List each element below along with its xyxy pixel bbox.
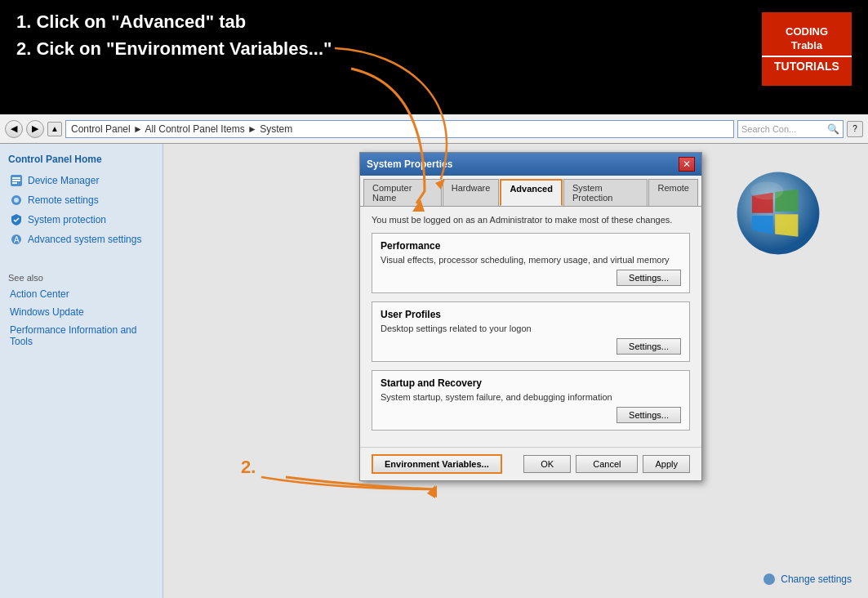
svg-rect-7 — [12, 180, 20, 181]
performance-section: Performance Visual effects, processor sc… — [372, 233, 690, 293]
search-box[interactable]: Search Con... 🔍 — [737, 120, 844, 138]
user-profiles-title: User Profiles — [381, 309, 681, 320]
dialog-overlay: System Properties ✕ Computer Name Hardwa… — [163, 144, 868, 598]
search-placeholder: Search Con... — [741, 124, 796, 134]
dialog-footer: Environment Variables... OK Cancel Apply — [360, 447, 701, 480]
sidebar-item-windows-update[interactable]: Windows Update — [8, 304, 154, 320]
svg-point-10 — [14, 198, 19, 203]
remote-settings-icon — [10, 194, 23, 207]
dialog-note: You must be logged on as an Administrato… — [372, 215, 690, 225]
tab-hardware[interactable]: Hardware — [443, 179, 500, 206]
back-button[interactable]: ◀ — [5, 120, 23, 138]
tab-remote[interactable]: Remote — [648, 179, 698, 206]
dialog-body: You must be logged on as an Administrato… — [360, 207, 701, 447]
tab-computer-name[interactable]: Computer Name — [363, 179, 442, 206]
brand-logo: CODINGTrabla TUTORIALS — [762, 12, 852, 86]
search-icon: 🔍 — [827, 123, 839, 135]
remote-settings-label: Remote settings — [28, 194, 99, 206]
sidebar-item-advanced-settings[interactable]: A Advanced system settings — [8, 230, 154, 248]
tab-advanced[interactable]: Advanced — [500, 179, 563, 206]
annotation-line1: 1. Click on "Advanced" tab — [16, 8, 762, 35]
right-content: Change settings System Properties ✕ Comp… — [163, 144, 868, 598]
svg-text:A: A — [14, 235, 20, 244]
advanced-settings-label: Advanced system settings — [28, 234, 141, 245]
sidebar-item-action-center[interactable]: Action Center — [8, 286, 154, 302]
brand-logo-top: CODINGTrabla — [786, 25, 828, 53]
dialog-title: System Properties — [367, 158, 452, 170]
user-profiles-settings-button[interactable]: Settings... — [617, 338, 681, 355]
startup-recovery-section: Startup and Recovery System startup, sys… — [372, 370, 690, 431]
address-bar: ◀ ▶ ▲ Control Panel ► All Control Panel … — [0, 114, 868, 144]
breadcrumb: Control Panel ► All Control Panel Items … — [71, 123, 292, 135]
svg-rect-8 — [12, 182, 17, 184]
ok-button[interactable]: OK — [523, 455, 571, 473]
sidebar-item-remote-settings[interactable]: Remote settings — [8, 191, 154, 209]
device-manager-label: Device Manager — [28, 175, 99, 186]
brand-logo-bottom: TUTORIALS — [762, 56, 852, 73]
dialog-ok-cancel-area: OK Cancel Apply — [523, 455, 690, 473]
tab-system-protection[interactable]: System Protection — [563, 179, 648, 206]
environment-variables-button[interactable]: Environment Variables... — [372, 454, 502, 474]
annotation-text: 1. Click on "Advanced" tab 2. Cick on "E… — [16, 8, 762, 62]
see-also-label: See also — [8, 273, 154, 283]
dialog-titlebar: System Properties ✕ — [360, 153, 701, 176]
cancel-button[interactable]: Cancel — [576, 455, 638, 473]
startup-recovery-settings-button[interactable]: Settings... — [617, 407, 681, 423]
performance-title: Performance — [381, 240, 681, 252]
performance-desc: Visual effects, processor scheduling, me… — [381, 255, 681, 265]
user-profiles-section: User Profiles Desktop settings related t… — [372, 301, 690, 362]
sidebar-item-performance-info[interactable]: Performance Information and Tools — [8, 322, 154, 350]
main-content: Control Panel Home Device Manager Remote… — [0, 144, 868, 598]
help-button[interactable]: ? — [847, 121, 863, 137]
startup-recovery-desc: System startup, system failure, and debu… — [381, 392, 681, 402]
system-protection-icon — [10, 213, 23, 226]
sidebar: Control Panel Home Device Manager Remote… — [0, 144, 163, 598]
system-properties-dialog: System Properties ✕ Computer Name Hardwa… — [359, 152, 702, 481]
up-button[interactable]: ▲ — [47, 122, 62, 136]
sidebar-title: Control Panel Home — [8, 154, 154, 165]
sidebar-item-system-protection[interactable]: System protection — [8, 211, 154, 229]
action-center-label: Action Center — [10, 288, 69, 300]
startup-recovery-title: Startup and Recovery — [381, 377, 681, 389]
performance-settings-button[interactable]: Settings... — [617, 270, 681, 286]
performance-info-label: Performance Information and Tools — [10, 324, 153, 347]
apply-button[interactable]: Apply — [643, 455, 690, 473]
windows-chrome: ◀ ▶ ▲ Control Panel ► All Control Panel … — [0, 114, 868, 598]
sidebar-item-device-manager[interactable]: Device Manager — [8, 172, 154, 190]
dialog-tab-bar: Computer Name Hardware Advanced System P… — [360, 176, 701, 207]
annotation-overlay: 1. Click on "Advanced" tab 2. Cick on "E… — [0, 0, 868, 114]
windows-update-label: Windows Update — [10, 306, 84, 318]
svg-rect-6 — [12, 177, 20, 179]
user-profiles-desc: Desktop settings related to your logon — [381, 324, 681, 333]
advanced-settings-icon: A — [10, 233, 23, 246]
breadcrumb-bar: Control Panel ► All Control Panel Items … — [65, 120, 734, 138]
dialog-close-button[interactable]: ✕ — [679, 157, 695, 172]
forward-button[interactable]: ▶ — [26, 120, 44, 138]
system-protection-label: System protection — [28, 214, 106, 225]
annotation-line2: 2. Cick on "Environment Variables..." — [16, 35, 762, 62]
device-manager-icon — [10, 174, 23, 187]
